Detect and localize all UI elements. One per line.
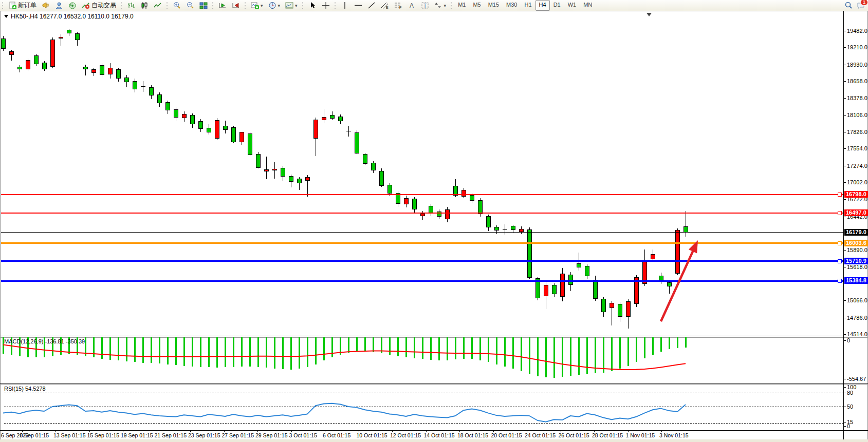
auto-scroll-icon [218, 2, 227, 9]
chevron-down-icon: ▾ [278, 3, 281, 8]
horizontal-line-tool-button[interactable] [352, 0, 365, 11]
zoom-out-button[interactable] [183, 0, 197, 11]
profile-button[interactable] [52, 0, 66, 11]
template-icon [285, 2, 293, 9]
market-watch-button[interactable] [39, 0, 52, 11]
chart-window [0, 11, 868, 441]
toolbar-grip [212, 2, 214, 9]
auto-trading-icon [82, 2, 90, 9]
vertical-line-tool-button[interactable] [338, 0, 352, 11]
text-label-icon: T [421, 2, 429, 9]
auto-scroll-button[interactable] [216, 0, 229, 11]
toolbar-grip [244, 2, 247, 9]
timeframe-MN[interactable]: MN [580, 0, 596, 11]
search-icon[interactable] [844, 2, 853, 9]
timeframe-H4[interactable]: H4 [535, 0, 550, 11]
signals-button[interactable] [66, 0, 79, 11]
profile-icon [55, 2, 63, 9]
svg-text:E: E [386, 6, 389, 9]
chart-shift-icon [232, 2, 240, 9]
bar-chart-icon [127, 2, 135, 9]
auto-trading-label: 自动交易 [91, 1, 116, 10]
new-order-icon [8, 2, 16, 9]
timeframe-D1[interactable]: D1 [550, 0, 564, 11]
cursor-icon [308, 2, 317, 9]
timeframe-M30[interactable]: M30 [503, 0, 521, 11]
timeframe-M1[interactable]: M1 [454, 0, 469, 11]
megaphone-icon [42, 2, 50, 9]
bar-chart-button[interactable] [124, 0, 138, 11]
timeframe-M5[interactable]: M5 [469, 0, 484, 11]
toolbar-grip [2, 2, 4, 9]
horizontal-line-icon [354, 2, 362, 9]
arrows-tool-button[interactable]: ▾ [432, 0, 449, 11]
candlestick-chart-button[interactable] [138, 0, 151, 11]
shapes-icon [434, 2, 442, 9]
indicators-icon [251, 2, 259, 9]
toolbar-grip [166, 2, 169, 9]
auto-trading-button[interactable]: 自动交易 [79, 0, 119, 11]
crosshair-tool-button[interactable] [319, 0, 333, 11]
toolbar-grip [450, 2, 453, 9]
timeframe-group: M1M5M15M30H1H4D1W1MN [454, 0, 596, 11]
text-icon: A [408, 2, 416, 9]
signal-icon [68, 2, 77, 9]
cursor-tool-button[interactable] [306, 0, 319, 11]
line-chart-icon [154, 2, 162, 9]
chevron-down-icon: ▾ [295, 3, 298, 8]
chat-icon[interactable]: 1 [857, 2, 865, 9]
new-order-label: 新订单 [18, 1, 36, 10]
text-tool-button[interactable]: A [405, 0, 418, 11]
trendline-tool-button[interactable] [365, 0, 378, 11]
templates-button[interactable]: ▾ [283, 0, 300, 11]
chevron-down-icon: ▾ [261, 3, 263, 8]
candlestick-chart-icon [140, 2, 149, 9]
equidistant-channel-icon: E [381, 2, 389, 9]
vertical-line-icon [341, 2, 349, 9]
zoom-in-icon [173, 2, 181, 9]
label-tool-button[interactable]: T [418, 0, 432, 11]
zoom-out-icon [186, 2, 194, 9]
toolbar: 新订单 自动交易 [0, 0, 868, 11]
notification-badge: 1 [860, 0, 868, 6]
chevron-down-icon: ▾ [444, 3, 447, 8]
channel-tool-button[interactable]: E [378, 0, 392, 11]
trendline-icon [367, 2, 376, 9]
tile-windows-button[interactable] [197, 0, 210, 11]
timeframe-W1[interactable]: W1 [564, 0, 580, 11]
crosshair-icon [322, 2, 330, 9]
toolbar-grip [120, 2, 123, 9]
line-chart-button[interactable] [151, 0, 164, 11]
svg-text:A: A [410, 2, 414, 9]
zoom-in-button[interactable] [170, 0, 183, 11]
svg-text:T: T [423, 3, 427, 9]
periods-button[interactable]: ▾ [266, 0, 283, 11]
toolbar-grip [334, 2, 337, 9]
clock-icon [268, 2, 276, 9]
timeframe-H1[interactable]: H1 [521, 0, 535, 11]
chart-shift-button[interactable] [229, 0, 243, 11]
toolbar-grip [302, 2, 304, 9]
timeframe-M15[interactable]: M15 [485, 0, 503, 11]
fibonacci-icon: F [394, 2, 402, 9]
fibonacci-tool-button[interactable]: F [392, 0, 405, 11]
indicators-button[interactable]: ▾ [248, 0, 266, 11]
new-order-button[interactable]: 新订单 [6, 0, 39, 11]
svg-text:F: F [399, 6, 401, 9]
tile-windows-icon [199, 2, 208, 9]
